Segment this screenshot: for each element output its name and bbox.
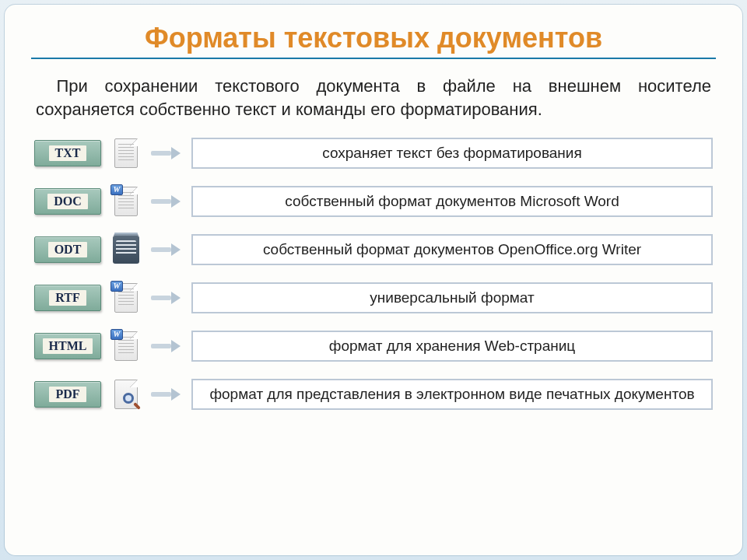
desc-pdf: формат для представления в электронном в… (191, 379, 713, 410)
html-file-icon: W (112, 331, 140, 362)
badge-odt: ODT (34, 236, 101, 263)
desc-doc: собственный формат документов Microsoft … (191, 186, 713, 217)
badge-label: PDF (49, 387, 86, 402)
badge-label: ODT (48, 242, 88, 257)
badge-label: HTML (43, 338, 93, 354)
badge-doc: DOC (34, 188, 101, 215)
badge-html: HTML (34, 333, 101, 359)
format-row-doc: DOC W собственный формат документов Micr… (34, 186, 713, 217)
desc-html: формат для хранения Web-страниц (191, 331, 713, 362)
arrow-icon (151, 388, 181, 401)
arrow-icon (151, 195, 181, 208)
format-row-txt: TXT сохраняет текст без форматирования (34, 138, 713, 169)
arrow-icon (151, 147, 181, 159)
word-file-icon: W (112, 186, 140, 217)
badge-label: RTF (49, 290, 86, 306)
format-row-pdf: PDF формат для представления в электронн… (34, 379, 713, 410)
format-row-odt: ODT собственный формат документов OpenOf… (34, 234, 713, 265)
intro-paragraph: При сохранении текстового документа в фа… (36, 75, 711, 121)
badge-pdf: PDF (34, 381, 101, 408)
badge-label: DOC (47, 194, 88, 209)
format-row-rtf: RTF W универсальный формат (34, 282, 713, 313)
title-underline (31, 58, 716, 59)
pdf-file-icon (112, 379, 140, 410)
desc-odt: собственный формат документов OpenOffice… (191, 234, 713, 265)
badge-rtf: RTF (34, 285, 101, 311)
arrow-icon (151, 340, 181, 352)
arrow-icon (151, 292, 181, 304)
badge-label: TXT (49, 145, 87, 161)
badge-txt: TXT (34, 140, 101, 166)
desc-txt: сохраняет текст без форматирования (191, 138, 713, 169)
rtf-file-icon: W (112, 282, 140, 313)
openoffice-file-icon (112, 234, 140, 265)
format-list: TXT сохраняет текст без форматирования D… (28, 138, 719, 410)
arrow-icon (151, 243, 181, 256)
slide-title: Форматы текстовых документов (28, 22, 719, 54)
text-file-icon (112, 138, 140, 169)
slide-frame: Форматы текстовых документов При сохране… (5, 5, 742, 555)
format-row-html: HTML W формат для хранения Web-страниц (34, 331, 713, 362)
desc-rtf: универсальный формат (191, 282, 713, 313)
